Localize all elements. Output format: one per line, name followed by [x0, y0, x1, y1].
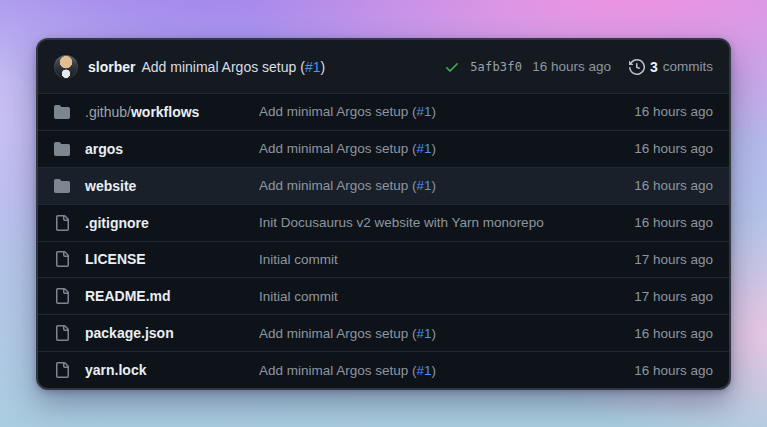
row-commit-message-text[interactable]: Init Docusaurus v2 website with Yarn mon… [259, 215, 544, 230]
file-name[interactable]: workflows [131, 104, 199, 120]
file-row[interactable]: yarn.lock Add minimal Argos setup (#1) 1… [38, 351, 729, 388]
row-commit-message[interactable]: Add minimal Argos setup (#1) [259, 104, 593, 119]
row-commit-time: 16 hours ago [593, 215, 713, 230]
row-commit-message[interactable]: Add minimal Argos setup (#1) [259, 141, 593, 156]
folder-icon [54, 104, 70, 120]
commit-message-suffix: ) [320, 59, 325, 75]
row-commit-time: 16 hours ago [593, 178, 713, 193]
file-row[interactable]: .github/workflows Add minimal Argos setu… [38, 93, 729, 130]
row-commit-message[interactable]: Add minimal Argos setup (#1) [259, 326, 593, 341]
row-commit-time: 17 hours ago [593, 252, 713, 267]
row-commit-message[interactable]: Initial commit [259, 252, 593, 267]
file-name-cell: yarn.lock [54, 362, 259, 378]
commit-message[interactable]: Add minimal Argos setup (#1) [141, 59, 325, 75]
commit-author[interactable]: slorber [88, 59, 135, 75]
row-commit-message-suffix: ) [432, 141, 437, 156]
latest-commit-bar: slorber Add minimal Argos setup (#1) 5af… [38, 40, 729, 93]
file-row[interactable]: argos Add minimal Argos setup (#1) 16 ho… [38, 130, 729, 167]
file-name-link[interactable]: LICENSE [85, 251, 146, 267]
file-name[interactable]: yarn.lock [85, 362, 146, 378]
file-icon [54, 251, 70, 267]
row-pr-link[interactable]: #1 [417, 178, 432, 193]
file-name-cell: LICENSE [54, 251, 259, 267]
row-commit-message-suffix: ) [432, 178, 437, 193]
commits-label: commits [663, 59, 713, 74]
row-commit-message-text[interactable]: Add minimal Argos setup ( [259, 178, 417, 193]
file-name-link[interactable]: yarn.lock [85, 362, 146, 378]
file-name[interactable]: website [85, 178, 136, 194]
file-icon [54, 325, 70, 341]
row-commit-message-suffix: ) [432, 104, 437, 119]
file-name-cell: website [54, 178, 259, 194]
row-commit-message-text[interactable]: Initial commit [259, 252, 338, 267]
file-row[interactable]: package.json Add minimal Argos setup (#1… [38, 314, 729, 351]
file-name[interactable]: argos [85, 141, 123, 157]
file-row[interactable]: README.md Initial commit 17 hours ago [38, 277, 729, 314]
history-icon [629, 59, 645, 75]
file-name-cell: argos [54, 141, 259, 157]
row-commit-message-text[interactable]: Add minimal Argos setup ( [259, 141, 417, 156]
row-pr-link[interactable]: #1 [417, 363, 432, 378]
file-icon [54, 215, 70, 231]
row-commit-time: 16 hours ago [593, 141, 713, 156]
file-name-link[interactable]: README.md [85, 288, 171, 304]
commit-history-link[interactable]: 3 commits [629, 59, 713, 75]
file-icon [54, 362, 70, 378]
commit-timestamp: 16 hours ago [532, 59, 611, 74]
file-name[interactable]: LICENSE [85, 251, 146, 267]
file-list: .github/workflows Add minimal Argos setu… [38, 93, 729, 388]
file-name[interactable]: package.json [85, 325, 174, 341]
pr-link[interactable]: #1 [305, 59, 321, 75]
file-name-cell: .gitignore [54, 215, 259, 231]
file-name-link[interactable]: package.json [85, 325, 174, 341]
file-name-link[interactable]: .gitignore [85, 215, 149, 231]
file-name-link[interactable]: website [85, 178, 136, 194]
file-name-cell: package.json [54, 325, 259, 341]
file-row[interactable]: .gitignore Init Docusaurus v2 website wi… [38, 204, 729, 241]
row-commit-message-text[interactable]: Add minimal Argos setup ( [259, 363, 417, 378]
row-commit-message[interactable]: Add minimal Argos setup (#1) [259, 178, 593, 193]
row-commit-time: 16 hours ago [593, 363, 713, 378]
row-commit-message-suffix: ) [432, 326, 437, 341]
commits-count: 3 [650, 59, 658, 75]
commit-hash[interactable]: 5afb3f0 [470, 60, 522, 74]
check-icon[interactable] [444, 59, 460, 75]
file-row[interactable]: LICENSE Initial commit 17 hours ago [38, 241, 729, 278]
folder-icon [54, 178, 70, 194]
file-name[interactable]: .gitignore [85, 215, 149, 231]
file-name-link[interactable]: argos [85, 141, 123, 157]
row-pr-link[interactable]: #1 [417, 141, 432, 156]
user-avatar[interactable] [54, 55, 78, 79]
row-commit-message[interactable]: Add minimal Argos setup (#1) [259, 363, 593, 378]
file-name-cell: .github/workflows [54, 104, 259, 120]
row-pr-link[interactable]: #1 [417, 104, 432, 119]
repo-file-browser: slorber Add minimal Argos setup (#1) 5af… [36, 38, 731, 390]
folder-icon [54, 141, 70, 157]
row-commit-message[interactable]: Init Docusaurus v2 website with Yarn mon… [259, 215, 593, 230]
row-commit-time: 17 hours ago [593, 289, 713, 304]
file-icon [54, 288, 70, 304]
file-name[interactable]: README.md [85, 288, 171, 304]
row-commit-message-text[interactable]: Add minimal Argos setup ( [259, 104, 417, 119]
commit-message-text[interactable]: Add minimal Argos setup ( [141, 59, 304, 75]
file-name-prefix[interactable]: .github/ [85, 104, 131, 120]
file-name-link[interactable]: .github/workflows [85, 104, 199, 120]
row-commit-message-text[interactable]: Add minimal Argos setup ( [259, 326, 417, 341]
row-commit-message[interactable]: Initial commit [259, 289, 593, 304]
row-commit-message-text[interactable]: Initial commit [259, 289, 338, 304]
row-commit-time: 16 hours ago [593, 104, 713, 119]
row-commit-message-suffix: ) [432, 363, 437, 378]
row-commit-time: 16 hours ago [593, 326, 713, 341]
file-name-cell: README.md [54, 288, 259, 304]
row-pr-link[interactable]: #1 [417, 326, 432, 341]
file-row[interactable]: website Add minimal Argos setup (#1) 16 … [38, 167, 729, 204]
